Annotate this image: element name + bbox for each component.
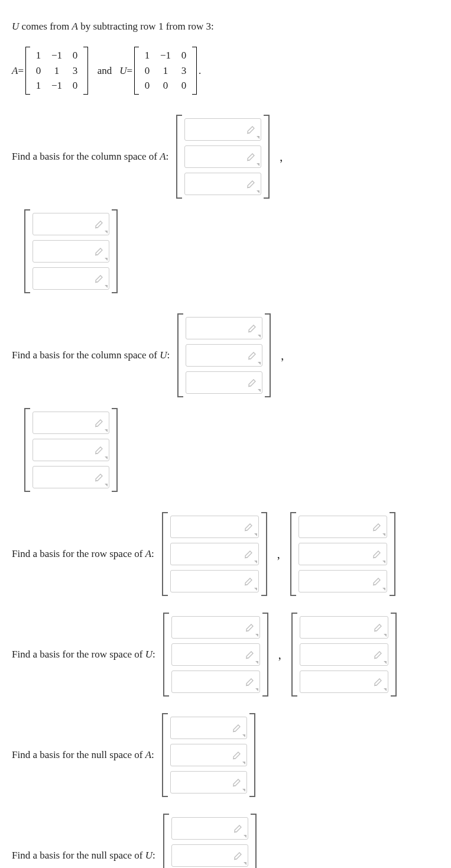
intro-mid: comes from [19,21,72,32]
q-nullU-text: Find a basis for the null space of [12,850,145,861]
input-nullA-1[interactable] [170,717,247,739]
question-rowspace-A: Find a basis for the row space of A: , [12,512,439,596]
input-rowU-1-3[interactable] [171,671,260,693]
equals-1: = [18,64,24,78]
equals-2: = [126,64,132,78]
question-nullspace-A: Find a basis for the null space of A: [12,713,439,797]
intro-post: by subtracting row 1 from row 3: [78,21,214,32]
comma: , [280,148,283,165]
input-vector-rowU-1 [163,613,268,697]
input-vector-nullU [163,814,257,868]
label-U: U [119,64,126,78]
input-vector-colU-1 [177,313,271,397]
question-rowspace-U: Find a basis for the row space of U: , [12,613,439,697]
input-colA-1-3[interactable] [184,173,261,195]
input-nullA-2[interactable] [170,744,247,766]
q-rowA-colon: : [151,548,154,559]
input-colA-1-1[interactable] [184,118,261,141]
input-rowU-2-3[interactable] [300,671,388,693]
input-rowA-1-2[interactable] [170,543,259,565]
input-colA-2-1[interactable] [33,213,109,235]
input-colU-1-2[interactable] [186,344,262,367]
question-colspace-U: Find a basis for the column space of U: … [12,313,439,397]
input-colA-1-2[interactable] [184,145,261,168]
input-vector-rowA-1 [162,512,267,596]
comma: , [277,546,280,562]
matrix-definitions: A = 1 0 1 −1 1 −1 0 3 0 and U = 1 [12,47,439,95]
q-rowU-var: U [145,649,153,660]
comma: , [278,646,281,663]
input-rowU-2-2[interactable] [300,643,388,666]
label-A: A [12,64,18,78]
input-colA-2-3[interactable] [33,267,109,290]
input-vector-colU-2 [24,408,118,492]
q-colU-colon: : [167,349,170,361]
input-rowU-1-2[interactable] [171,643,260,666]
question-colspace-A: Find a basis for the column space of A: … [12,115,439,199]
q-nullU-colon: : [153,850,155,861]
q-colU-text: Find a basis for the column space of [12,349,160,361]
q-colA-colon: : [166,151,169,162]
q-nullU-var: U [145,850,153,861]
matrix-A: 1 0 1 −1 1 −1 0 3 0 [25,47,88,95]
input-colU-1-1[interactable] [186,317,262,339]
q-nullA-var: A [145,749,151,760]
input-colU-2-2[interactable] [33,439,109,461]
input-rowA-2-3[interactable] [298,570,387,592]
input-rowA-2-1[interactable] [298,516,387,538]
input-nullA-3[interactable] [170,771,247,793]
q-colA-text: Find a basis for the column space of [12,151,160,162]
period: . [199,64,201,78]
q-colU-var: U [160,349,167,361]
matrix-U: 1 0 0 −1 1 0 0 3 0 [134,47,197,95]
q-nullA-text: Find a basis for the null space of [12,749,145,760]
input-colU-2-3[interactable] [33,466,109,488]
input-nullU-1[interactable] [171,817,248,840]
input-nullU-2[interactable] [171,844,248,867]
input-vector-rowU-2 [291,613,397,697]
comma: , [281,347,284,364]
input-colU-1-3[interactable] [186,371,262,394]
intro-U: U [12,21,19,32]
input-vector-rowA-2 [290,512,395,596]
intro-A: A [72,21,78,32]
input-colA-2-2[interactable] [33,240,109,263]
input-rowA-2-2[interactable] [298,543,387,565]
q-colA-var: A [160,151,166,162]
q-nullA-colon: : [151,749,154,760]
input-rowU-1-1[interactable] [171,616,260,639]
q-rowA-var: A [145,548,151,559]
input-rowA-1-1[interactable] [170,516,259,538]
input-vector-nullA [162,713,255,797]
q-rowU-text: Find a basis for the row space of [12,649,145,660]
input-colU-2-1[interactable] [33,412,109,434]
input-rowA-1-3[interactable] [170,570,259,592]
intro-text: U comes from A by subtracting row 1 from… [12,20,439,34]
q-rowA-text: Find a basis for the row space of [12,548,145,559]
question-nullspace-U: Find a basis for the null space of U: [12,814,439,868]
q-rowU-colon: : [153,649,155,660]
and-text: and [98,64,112,78]
input-vector-colA-2 [24,209,118,293]
input-vector-colA-1 [176,115,270,199]
input-rowU-2-1[interactable] [300,616,388,639]
